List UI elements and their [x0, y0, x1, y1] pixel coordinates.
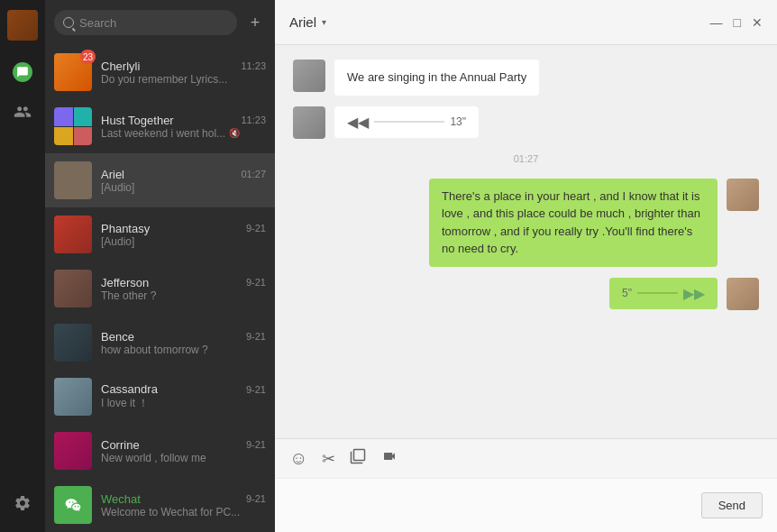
contact-info: Cassandra 9-21 I love it ！: [101, 382, 266, 411]
audio-bubble[interactable]: ◀◀ 13": [334, 106, 479, 138]
message-text: There's a place in your heart , and I kn…: [442, 189, 700, 256]
contact-header: Ariel 01:27: [101, 168, 266, 181]
avatar: [54, 107, 92, 145]
maximize-button[interactable]: □: [734, 15, 741, 30]
muted-icon: 🔇: [229, 128, 240, 138]
avatar-wrapper: [54, 161, 92, 199]
contact-preview: [Audio]: [101, 235, 266, 248]
contact-header: Bence 9-21: [101, 330, 266, 344]
contact-name: Bence: [101, 330, 134, 344]
contact-name: Wechat: [101, 492, 141, 506]
contact-header: Cassandra 9-21: [101, 382, 266, 396]
contact-item-phantasy[interactable]: Phantasy 9-21 [Audio]: [45, 207, 275, 261]
avatar: [54, 216, 92, 253]
contact-info: Corrine 9-21 New world , follow me: [101, 438, 266, 464]
video-button[interactable]: [380, 449, 398, 468]
send-button[interactable]: Send: [701, 492, 763, 518]
avatar-wrapper: [54, 216, 92, 253]
contact-item-ariel[interactable]: Ariel 01:27 [Audio]: [45, 153, 275, 207]
avatar-wrapper: [54, 107, 92, 145]
contact-item-corrine[interactable]: Corrine 9-21 New world , follow me: [45, 424, 275, 478]
avatar: [7, 10, 38, 41]
contact-info: Jefferson 9-21 The other ?: [101, 276, 266, 302]
contact-time: 9-21: [246, 277, 266, 288]
contact-info: Ariel 01:27 [Audio]: [101, 168, 266, 194]
chat-header: Ariel ▾ — □ ✕: [275, 0, 777, 45]
chat-icon[interactable]: [5, 54, 41, 90]
search-placeholder: Search: [79, 16, 116, 30]
contact-preview: Last weekend i went hol... 🔇: [101, 127, 266, 140]
contact-item-wechat[interactable]: Wechat 9-21 Welcome to Wechat for PC...: [45, 478, 275, 532]
contact-name: Jefferson: [101, 276, 149, 289]
screenshot-button[interactable]: [350, 448, 366, 469]
minimize-button[interactable]: —: [710, 15, 723, 30]
window-controls: — □ ✕: [710, 15, 763, 30]
contacts-person-icon: [13, 102, 32, 122]
contact-preview: Do you remember Lyrics...: [101, 73, 266, 86]
contact-item-hust[interactable]: Hust Together 11:23 Last weekend i went …: [45, 99, 275, 153]
contact-item-bence[interactable]: Bence 9-21 how about tomorrow ?: [45, 316, 275, 370]
contact-preview: [Audio]: [101, 181, 266, 194]
message-bubble: We are singing in the Annual Party: [334, 60, 539, 96]
contact-item-jefferson[interactable]: Jefferson 9-21 The other ?: [45, 261, 275, 316]
avatar: [54, 378, 92, 416]
scissors-button[interactable]: ✂: [322, 449, 335, 469]
contact-name: Ariel: [101, 168, 124, 181]
message-input[interactable]: [289, 499, 692, 512]
contact-list-panel: Search + 23 Cherlyli 11:23 Do you remem: [45, 0, 275, 532]
message-row-sent-audio: 5" ▶▶: [293, 278, 759, 310]
message-text: We are singing in the Annual Party: [347, 70, 526, 84]
contact-info: Wechat 9-21 Welcome to Wechat for PC...: [101, 492, 266, 518]
contact-time: 11:23: [241, 115, 266, 125]
contact-time: 9-21: [246, 439, 266, 450]
contact-info: Bence 9-21 how about tomorrow ?: [101, 330, 266, 356]
message-row: ◀◀ 13": [293, 106, 759, 139]
search-bar: Search +: [45, 0, 275, 45]
avatar: [54, 270, 92, 307]
audio-progress-bar: [374, 121, 444, 123]
icon-sidebar: [0, 0, 45, 532]
message-bubble-sent: There's a place in your heart , and I kn…: [429, 179, 718, 267]
self-avatar: [727, 179, 759, 211]
contact-name: Phantasy: [101, 222, 150, 235]
chat-contact-name: Ariel: [289, 14, 316, 30]
contact-preview: Welcome to Wechat for PC...: [101, 506, 266, 518]
contact-item-cassandra[interactable]: Cassandra 9-21 I love it ！: [45, 370, 275, 424]
message-row-sent: There's a place in your heart , and I kn…: [293, 179, 759, 267]
settings-icon[interactable]: [5, 485, 41, 521]
contact-time: 9-21: [246, 331, 266, 342]
input-area: Send: [275, 478, 777, 532]
contact-preview: New world , follow me: [101, 452, 266, 464]
contacts-icon[interactable]: [5, 94, 41, 130]
contact-name: Cherlyli: [101, 60, 140, 73]
audio-duration: 13": [450, 115, 466, 128]
contact-info: Hust Together 11:23 Last weekend i went …: [101, 114, 266, 140]
contact-item-cherlyli[interactable]: 23 Cherlyli 11:23 Do you remember Lyrics…: [45, 45, 275, 99]
contact-header: Wechat 9-21: [101, 492, 266, 506]
sender-avatar: [293, 60, 325, 92]
chat-area: Ariel ▾ — □ ✕ We are singing in the Annu…: [275, 0, 777, 532]
contact-preview: The other ?: [101, 289, 266, 302]
close-button[interactable]: ✕: [752, 15, 763, 30]
avatar-wrapper: [54, 432, 92, 470]
contact-header: Hust Together 11:23: [101, 114, 266, 127]
message-row: We are singing in the Annual Party: [293, 60, 759, 96]
avatar: [54, 324, 92, 362]
avatar: [54, 486, 92, 524]
contact-header: Phantasy 9-21: [101, 222, 266, 235]
emoji-button[interactable]: ☺: [289, 448, 307, 469]
audio-duration: 5": [622, 287, 632, 299]
avatar-wrapper: 23: [54, 53, 92, 91]
user-avatar-icon[interactable]: [5, 7, 41, 43]
contact-header: Cherlyli 11:23: [101, 60, 266, 73]
add-button[interactable]: +: [244, 12, 266, 33]
contact-preview: how about tomorrow ?: [101, 344, 266, 356]
contact-time: 9-21: [246, 493, 266, 504]
chat-toolbar: ☺ ✂: [275, 438, 777, 478]
audio-bubble-sent[interactable]: 5" ▶▶: [609, 278, 718, 309]
search-box[interactable]: Search: [54, 10, 237, 35]
audio-progress-bar: [637, 292, 678, 294]
chevron-down-icon[interactable]: ▾: [322, 17, 326, 27]
avatar-wrapper: [54, 486, 92, 524]
time-divider: 01:27: [293, 150, 759, 168]
